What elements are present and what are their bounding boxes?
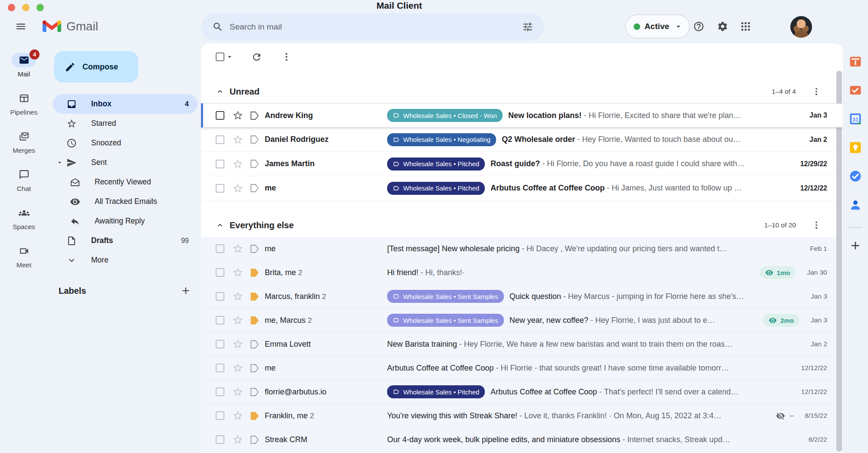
star-icon[interactable] xyxy=(232,338,243,350)
row-checkbox[interactable] xyxy=(216,111,224,120)
row-checkbox[interactable] xyxy=(216,184,224,193)
email-row[interactable]: Emma Lovett New Barista training - Hey F… xyxy=(201,332,843,356)
get-addons-plus-icon[interactable] xyxy=(849,239,862,252)
scrollbar[interactable] xyxy=(836,71,842,452)
pipeline-stage-chip[interactable]: Wholesale Sales • Closed - Won xyxy=(387,109,503,122)
streak-pipeline-box-icon[interactable] xyxy=(249,267,260,278)
section-title[interactable]: Everything else xyxy=(230,220,294,230)
keep-icon[interactable] xyxy=(849,141,862,154)
row-checkbox[interactable] xyxy=(216,292,224,301)
row-checkbox[interactable] xyxy=(216,316,224,325)
refresh-icon[interactable] xyxy=(251,52,262,62)
tasks-icon[interactable] xyxy=(849,170,862,183)
star-icon[interactable] xyxy=(232,158,243,170)
row-checkbox[interactable] xyxy=(216,135,224,144)
streak-pipeline-box-icon[interactable] xyxy=(249,183,260,194)
calendar-icon[interactable]: 31 xyxy=(849,112,862,125)
settings-gear-icon[interactable] xyxy=(714,18,731,35)
sidebar-item-recently-viewed[interactable]: Recently Viewed xyxy=(53,172,197,192)
sidebar-item-inbox[interactable]: Inbox 4 xyxy=(53,94,197,114)
star-icon[interactable] xyxy=(232,267,243,278)
pipeline-stage-chip[interactable]: Wholesale Sales • Sent Samples xyxy=(387,314,504,327)
row-checkbox[interactable] xyxy=(216,435,224,444)
streak-pipeline-box-icon[interactable] xyxy=(249,243,260,254)
pipeline-stage-chip[interactable]: Wholesale Sales • Pitched xyxy=(387,158,485,171)
email-row[interactable]: me Wholesale Sales • Pitched Arbutus Cof… xyxy=(201,176,843,200)
row-checkbox[interactable] xyxy=(216,268,224,277)
email-row[interactable]: me, Marcus 2 Wholesale Sales • Sent Samp… xyxy=(201,309,843,332)
section-more-icon[interactable] xyxy=(812,220,821,230)
streak-pipeline-box-icon[interactable] xyxy=(249,410,260,421)
search-options-icon[interactable] xyxy=(522,21,533,33)
collapse-section-icon[interactable] xyxy=(216,87,224,96)
section-title[interactable]: Unread xyxy=(230,87,260,97)
contacts-icon[interactable] xyxy=(849,198,862,211)
section-more-icon[interactable] xyxy=(812,87,821,96)
sidebar-item-snoozed[interactable]: Snoozed xyxy=(53,133,197,153)
email-row[interactable]: Marcus, franklin 2 Wholesale Sales • Sen… xyxy=(201,285,843,309)
select-dropdown-icon[interactable] xyxy=(225,53,234,61)
rail-item-pipelines[interactable]: Pipelines xyxy=(0,91,48,129)
row-checkbox[interactable] xyxy=(216,244,224,253)
pipeline-stage-chip[interactable]: Wholesale Sales • Negotiating xyxy=(387,133,496,146)
streak-pipeline-box-icon[interactable] xyxy=(249,434,260,445)
create-label-plus-icon[interactable] xyxy=(180,285,191,296)
star-icon[interactable] xyxy=(232,362,243,374)
help-icon[interactable] xyxy=(690,18,707,35)
streak-pipeline-box-icon[interactable] xyxy=(249,134,260,145)
star-icon[interactable] xyxy=(232,386,243,397)
collapse-section-icon[interactable] xyxy=(216,221,224,230)
star-icon[interactable] xyxy=(232,243,243,254)
streak-pipeline-box-icon[interactable] xyxy=(249,339,260,350)
streak-pipeline-box-icon[interactable] xyxy=(249,110,260,121)
sidebar-item-drafts[interactable]: Drafts 99 xyxy=(53,231,197,250)
rail-item-mail[interactable]: 4 Mail xyxy=(0,53,48,91)
row-checkbox[interactable] xyxy=(216,364,224,372)
streak-pipeline-box-icon[interactable] xyxy=(249,291,260,302)
search-icon[interactable] xyxy=(212,21,224,33)
streak-pipeline-box-icon[interactable] xyxy=(249,158,260,169)
email-row[interactable]: florrie@arbutus.io Wholesale Sales • Pit… xyxy=(201,380,843,404)
email-row[interactable]: Andrew King Wholesale Sales • Closed - W… xyxy=(201,103,843,128)
main-menu-icon[interactable] xyxy=(12,18,30,35)
star-icon[interactable] xyxy=(232,410,243,421)
google-apps-grid-icon[interactable] xyxy=(737,18,754,35)
streak-pipeline-box-icon[interactable] xyxy=(249,363,260,374)
more-options-icon[interactable] xyxy=(281,52,292,62)
sidebar-item-starred[interactable]: Starred xyxy=(53,114,197,133)
star-icon[interactable] xyxy=(232,434,243,445)
email-row[interactable]: me Arbutus Coffee at Coffee Coop - Hi Fl… xyxy=(201,356,843,380)
star-icon[interactable] xyxy=(232,134,243,145)
email-row[interactable]: me [Test message] New wholesale pricing … xyxy=(201,237,843,261)
pipeline-stage-chip[interactable]: Wholesale Sales • Pitched xyxy=(387,182,485,195)
rail-item-spaces[interactable]: Spaces xyxy=(0,206,48,244)
row-checkbox[interactable] xyxy=(216,387,224,396)
sidebar-item-sent[interactable]: Sent xyxy=(53,153,197,172)
profile-avatar[interactable] xyxy=(790,16,812,38)
expand-caret-icon[interactable] xyxy=(56,159,63,166)
rail-item-meet[interactable]: Meet xyxy=(0,244,48,282)
sidebar-item-awaiting-reply[interactable]: Awaiting Reply xyxy=(53,211,197,231)
email-row[interactable]: James Martin Wholesale Sales • Pitched R… xyxy=(201,152,843,176)
rail-item-merges[interactable]: Merges xyxy=(0,129,48,167)
row-checkbox[interactable] xyxy=(216,160,224,168)
pipeline-stage-chip[interactable]: Wholesale Sales • Sent Samples xyxy=(387,290,504,303)
gmail-logo[interactable]: Gmail xyxy=(43,19,98,33)
star-icon[interactable] xyxy=(232,315,243,326)
star-icon[interactable] xyxy=(232,291,243,302)
pipeline-stage-chip[interactable]: Wholesale Sales • Pitched xyxy=(387,385,485,398)
star-icon[interactable] xyxy=(232,183,243,194)
select-all-checkbox[interactable] xyxy=(216,53,224,61)
email-row[interactable]: Brita, me 2 Hi friend! - Hi, thanks!· 1m… xyxy=(201,261,843,285)
rail-item-chat[interactable]: Chat xyxy=(0,167,48,206)
email-row[interactable]: Streak CRM Our 4-day work week, bulk pip… xyxy=(201,428,843,452)
email-row[interactable]: Daniel Rodriguez Wholesale Sales • Negot… xyxy=(201,128,843,152)
compose-button[interactable]: Compose xyxy=(54,51,138,82)
streak-pipeline-box-icon[interactable] xyxy=(249,315,260,326)
status-selector[interactable]: Active xyxy=(625,14,690,39)
search-bar[interactable] xyxy=(201,13,544,40)
row-checkbox[interactable] xyxy=(216,340,224,348)
streak-pipelines-icon[interactable] xyxy=(849,55,862,68)
search-input[interactable] xyxy=(230,22,522,32)
streak-pipeline-box-icon[interactable] xyxy=(249,387,260,397)
